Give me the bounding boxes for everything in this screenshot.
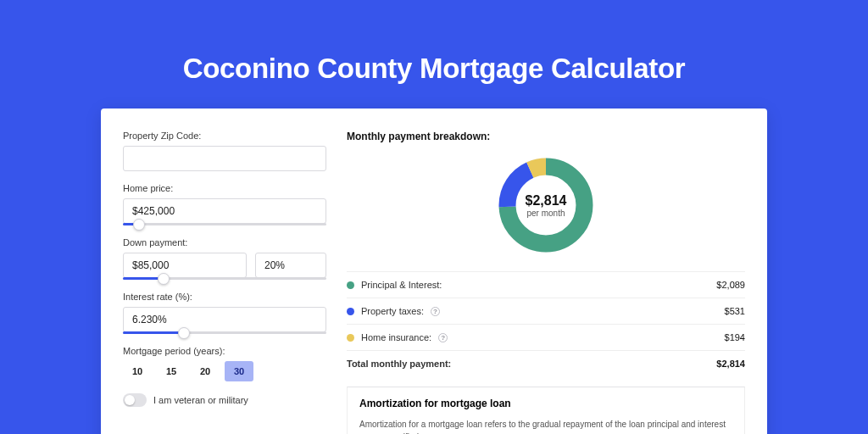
swatch-principal: [347, 281, 354, 289]
donut-amount: $2,814: [526, 193, 567, 209]
period-option-30[interactable]: 30: [225, 361, 253, 381]
rate-slider-fill: [123, 331, 184, 334]
down-slider[interactable]: [123, 277, 326, 280]
value-total: $2,814: [716, 359, 745, 369]
label-total: Total monthly payment:: [347, 359, 451, 369]
rate-input[interactable]: [123, 307, 326, 332]
swatch-taxes: [347, 308, 354, 315]
rate-label: Interest rate (%):: [123, 292, 326, 302]
field-rate: Interest rate (%):: [123, 292, 326, 334]
field-zip: Property Zip Code:: [123, 131, 326, 171]
donut-sub: per month: [526, 209, 567, 218]
donut-chart: $2,814 per month: [495, 154, 597, 256]
value-taxes: $531: [725, 306, 745, 316]
value-principal: $2,089: [716, 280, 745, 290]
amortization-section: Amortization for mortgage loan Amortizat…: [347, 387, 745, 434]
down-slider-thumb[interactable]: [158, 273, 170, 285]
zip-label: Property Zip Code:: [123, 131, 326, 141]
price-label: Home price:: [123, 183, 326, 193]
amortization-title: Amortization for mortgage loan: [359, 398, 732, 409]
zip-input[interactable]: [123, 146, 326, 171]
period-option-15[interactable]: 15: [157, 361, 186, 381]
price-slider-thumb[interactable]: [133, 219, 145, 231]
breakdown-panel: Monthly payment breakdown: $2,814 per mo…: [347, 131, 745, 434]
label-insurance: Home insurance:: [361, 332, 431, 342]
form-panel: Property Zip Code: Home price: Down paym…: [123, 131, 326, 434]
down-label: Down payment:: [123, 237, 326, 248]
label-taxes: Property taxes:: [361, 306, 424, 316]
label-principal: Principal & Interest:: [361, 280, 442, 290]
period-label: Mortgage period (years):: [123, 346, 326, 356]
veteran-toggle[interactable]: [123, 393, 147, 407]
field-down: Down payment:: [123, 237, 326, 280]
row-insurance: Home insurance: ? $194: [347, 324, 745, 350]
field-price: Home price:: [123, 183, 326, 225]
field-veteran: I am veteran or military: [123, 393, 326, 407]
row-principal: Principal & Interest: $2,089: [347, 271, 745, 298]
amortization-text: Amortization for a mortgage loan refers …: [359, 418, 732, 434]
down-amount-input[interactable]: [123, 253, 247, 278]
price-input[interactable]: [123, 198, 326, 224]
period-option-10[interactable]: 10: [123, 361, 152, 381]
page-title: Coconino County Mortgage Calculator: [0, 0, 868, 85]
period-options: 10 15 20 30: [123, 361, 326, 381]
donut-center: $2,814 per month: [526, 193, 567, 218]
value-insurance: $194: [725, 332, 745, 342]
row-total: Total monthly payment: $2,814: [347, 350, 745, 376]
info-icon[interactable]: ?: [431, 307, 440, 316]
donut-chart-wrap: $2,814 per month: [347, 154, 745, 256]
field-period: Mortgage period (years): 10 15 20 30: [123, 346, 326, 381]
period-option-20[interactable]: 20: [191, 361, 220, 381]
row-taxes: Property taxes: ? $531: [347, 298, 745, 324]
swatch-insurance: [347, 334, 354, 342]
rate-slider-thumb[interactable]: [178, 327, 190, 339]
breakdown-title: Monthly payment breakdown:: [347, 131, 745, 142]
info-icon[interactable]: ?: [438, 333, 448, 342]
veteran-label: I am veteran or military: [153, 395, 248, 405]
down-percent-input[interactable]: [255, 253, 326, 278]
price-slider[interactable]: [123, 223, 326, 225]
rate-slider[interactable]: [123, 331, 326, 334]
veteran-toggle-knob: [125, 395, 135, 405]
calculator-card: Property Zip Code: Home price: Down paym…: [101, 108, 767, 434]
